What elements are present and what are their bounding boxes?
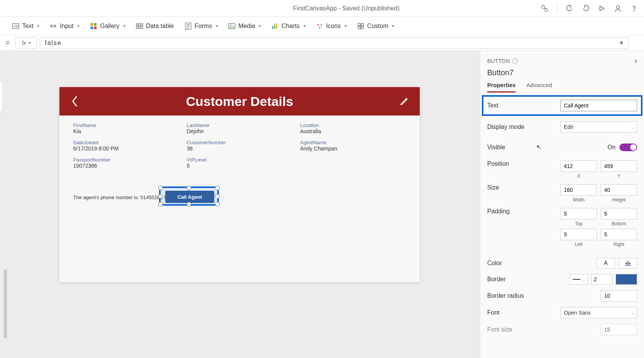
ribbon-media[interactable]: Media▾ [228, 23, 261, 30]
prop-displaymode-select[interactable]: Edit⌵ [560, 121, 637, 133]
play-icon[interactable] [598, 5, 606, 12]
user-icon[interactable] [614, 5, 622, 12]
resize-handle[interactable] [187, 202, 191, 206]
fx-selector[interactable]: fx▾ [15, 37, 37, 49]
resize-handle[interactable] [187, 186, 191, 190]
equals-label: = [0, 39, 15, 47]
svg-point-27 [319, 27, 320, 28]
custom-icon [357, 23, 364, 30]
field-label: Location [300, 122, 406, 128]
formula-input[interactable]: false ▾ [40, 37, 629, 49]
ribbon-custom[interactable]: Custom▾ [357, 23, 394, 30]
field-label: LastName [187, 122, 292, 128]
media-icon [228, 23, 235, 30]
resize-handle[interactable] [158, 186, 163, 190]
prop-visible-toggle[interactable] [619, 144, 637, 151]
resize-handle[interactable] [158, 202, 163, 206]
prop-padding-top[interactable] [560, 208, 597, 219]
prop-font-select[interactable]: Open Sans⌵ [560, 307, 637, 318]
ribbon-input[interactable]: Input▾ [50, 23, 79, 30]
svg-point-1 [545, 8, 548, 12]
call-agent-button[interactable]: Call Agent [165, 191, 214, 203]
ribbon-datatable[interactable]: Data table [136, 23, 174, 30]
resize-handle[interactable] [158, 194, 163, 199]
ribbon-gallery[interactable]: Gallery▾ [90, 23, 125, 30]
help-icon[interactable] [630, 5, 638, 12]
prop-padding-left[interactable] [560, 229, 597, 240]
prop-displaymode-label: Display mode [487, 124, 560, 130]
prop-text-row-highlight: Text [482, 95, 642, 116]
canvas-area[interactable]: Customer Details FirstNameKia LastNameDe… [0, 51, 480, 358]
svg-rect-10 [94, 26, 97, 29]
control-type: BUTTON ? [487, 58, 518, 64]
ribbon-icons[interactable]: Icons▾ [316, 23, 347, 30]
ribbon-datatable-label: Data table [146, 23, 174, 30]
field-value: 38 [187, 145, 292, 152]
health-icon[interactable] [541, 5, 549, 12]
ribbon-forms[interactable]: Forms▾ [185, 23, 218, 30]
chevron-down-icon: ▾ [123, 24, 125, 28]
agent-phone-text: The agent's phone number is: 51455266 5 [73, 195, 167, 200]
resize-handle[interactable] [215, 186, 220, 190]
selected-control[interactable]: Call Agent [159, 186, 219, 206]
chevron-down-icon: ▾ [28, 41, 30, 45]
svg-point-0 [542, 5, 545, 8]
prop-text-label: Text [487, 102, 560, 109]
svg-rect-30 [358, 26, 360, 29]
scrollbar[interactable] [4, 269, 7, 338]
back-icon[interactable] [69, 95, 81, 107]
prop-size-width[interactable] [560, 184, 597, 196]
prop-padding-bottom[interactable] [601, 208, 637, 219]
icons-icon [316, 23, 323, 30]
chevron-down-icon: ▾ [392, 24, 394, 28]
undo-icon[interactable] [566, 5, 573, 12]
sublabel: X [560, 173, 597, 179]
title-bar: FirstCanvasApp - Saved (Unpublished) [0, 0, 644, 17]
expand-formula-icon[interactable]: ▾ [620, 39, 624, 46]
fill-color-button[interactable] [619, 258, 637, 269]
charts-icon [271, 23, 278, 30]
tab-advanced[interactable]: Advanced [526, 82, 552, 92]
tab-properties[interactable]: Properties [487, 82, 516, 92]
prop-position-label: Position [487, 160, 560, 167]
svg-rect-7 [90, 23, 93, 26]
collapse-panel-icon[interactable]: › [634, 56, 637, 66]
sublabel: Y [601, 173, 637, 179]
font-color-button[interactable]: A [596, 258, 615, 269]
border-style-select[interactable]: ⌵ [570, 274, 588, 285]
prop-position-y[interactable] [601, 160, 637, 172]
redo-icon[interactable] [582, 5, 590, 12]
input-icon [50, 23, 57, 30]
field-label: FirstName [73, 122, 179, 128]
field-label: CustomerNumber [187, 140, 292, 145]
prop-text-input[interactable] [560, 100, 637, 111]
help-icon[interactable]: ? [512, 58, 518, 64]
sublabel: Top [560, 221, 597, 226]
chevron-down-icon: ▾ [216, 24, 218, 28]
svg-rect-8 [94, 23, 97, 26]
svg-point-21 [230, 25, 231, 26]
svg-rect-28 [358, 23, 360, 26]
ribbon-icons-label: Icons [326, 23, 341, 30]
chevron-down-icon: ⌵ [631, 125, 634, 129]
resize-handle[interactable] [215, 194, 220, 199]
field-value: Andy Champan [300, 145, 406, 152]
edit-icon[interactable] [398, 95, 411, 107]
border-color-swatch[interactable] [616, 274, 637, 285]
ribbon-text[interactable]: Abc Text▾ [12, 23, 39, 30]
border-width-input[interactable] [591, 274, 613, 285]
prop-borderradius-input[interactable] [601, 290, 637, 302]
control-name: Button7 [487, 68, 637, 77]
prop-fontsize-input[interactable] [601, 324, 637, 335]
svg-rect-11 [136, 23, 143, 28]
field-label: PassportNumber [73, 157, 179, 163]
collapsed-panel-handle[interactable] [0, 81, 3, 112]
ribbon-charts[interactable]: Charts▾ [271, 23, 305, 30]
resize-handle[interactable] [215, 202, 220, 206]
prop-padding-right[interactable] [601, 229, 637, 240]
ribbon-text-label: Text [22, 23, 33, 30]
prop-position-x[interactable] [560, 160, 597, 172]
prop-size-height[interactable] [601, 184, 637, 196]
svg-rect-31 [361, 26, 363, 29]
chevron-down-icon: ▾ [345, 24, 347, 28]
